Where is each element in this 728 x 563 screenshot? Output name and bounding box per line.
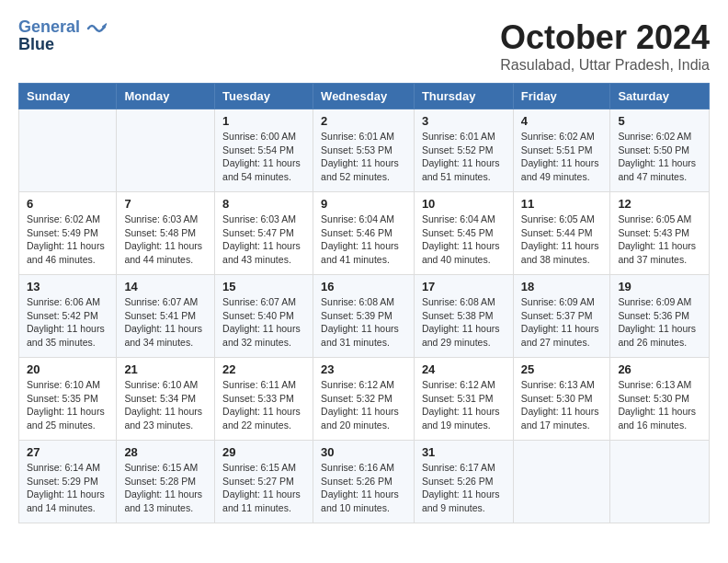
day-info: Sunrise: 6:04 AMSunset: 5:46 PMDaylight:… [321,213,406,267]
page-header: General Blue October 2024 Rasulabad, Utt… [18,18,710,74]
day-number: 19 [618,280,701,293]
calendar-cell [19,109,117,192]
calendar-cell: 11Sunrise: 6:05 AMSunset: 5:44 PMDayligh… [513,192,610,275]
day-info: Sunrise: 6:10 AMSunset: 5:34 PMDaylight:… [124,378,207,432]
day-info: Sunrise: 6:13 AMSunset: 5:30 PMDaylight:… [521,378,603,432]
day-header-monday: Monday [117,84,215,109]
day-info: Sunrise: 6:16 AMSunset: 5:26 PMDaylight:… [321,461,406,515]
day-number: 3 [422,114,506,128]
day-info: Sunrise: 6:05 AMSunset: 5:44 PMDaylight:… [521,213,603,267]
calendar-cell: 15Sunrise: 6:07 AMSunset: 5:40 PMDayligh… [215,275,313,358]
day-info: Sunrise: 6:12 AMSunset: 5:31 PMDaylight:… [422,378,506,432]
calendar-cell: 8Sunrise: 6:03 AMSunset: 5:47 PMDaylight… [215,192,313,275]
calendar-cell: 4Sunrise: 6:02 AMSunset: 5:51 PMDaylight… [513,109,610,192]
day-info: Sunrise: 6:12 AMSunset: 5:32 PMDaylight:… [321,378,406,432]
day-info: Sunrise: 6:09 AMSunset: 5:36 PMDaylight:… [618,295,701,350]
calendar-cell: 18Sunrise: 6:09 AMSunset: 5:37 PMDayligh… [513,275,610,358]
day-info: Sunrise: 6:10 AMSunset: 5:35 PMDaylight:… [27,378,108,432]
day-info: Sunrise: 6:15 AMSunset: 5:27 PMDaylight:… [222,461,305,515]
calendar-body: 1Sunrise: 6:00 AMSunset: 5:54 PMDaylight… [19,109,710,523]
calendar-title-area: October 2024 Rasulabad, Uttar Pradesh, I… [500,18,710,74]
calendar-cell: 3Sunrise: 6:01 AMSunset: 5:52 PMDaylight… [414,109,513,192]
calendar-cell: 28Sunrise: 6:15 AMSunset: 5:28 PMDayligh… [117,441,215,523]
day-number: 4 [521,114,603,128]
day-info: Sunrise: 6:15 AMSunset: 5:28 PMDaylight:… [124,461,207,515]
calendar-cell: 27Sunrise: 6:14 AMSunset: 5:29 PMDayligh… [19,441,117,523]
day-number: 10 [422,197,506,211]
calendar-cell: 6Sunrise: 6:02 AMSunset: 5:49 PMDaylight… [19,192,117,275]
day-number: 16 [321,280,406,293]
day-number: 27 [27,445,108,459]
day-number: 25 [521,362,603,376]
day-number: 12 [618,197,701,211]
day-number: 5 [618,114,701,128]
day-info: Sunrise: 6:13 AMSunset: 5:30 PMDaylight:… [618,378,701,432]
day-info: Sunrise: 6:11 AMSunset: 5:33 PMDaylight:… [222,378,305,432]
day-number: 22 [222,362,305,376]
day-header-sunday: Sunday [19,84,117,109]
day-number: 15 [222,280,305,293]
week-row-2: 6Sunrise: 6:02 AMSunset: 5:49 PMDaylight… [19,192,710,275]
calendar-cell: 7Sunrise: 6:03 AMSunset: 5:48 PMDaylight… [117,192,215,275]
calendar-cell: 31Sunrise: 6:17 AMSunset: 5:26 PMDayligh… [414,441,513,523]
calendar-cell: 24Sunrise: 6:12 AMSunset: 5:31 PMDayligh… [414,358,513,441]
day-number: 21 [124,362,207,376]
calendar-cell: 25Sunrise: 6:13 AMSunset: 5:30 PMDayligh… [513,358,610,441]
day-header-saturday: Saturday [610,84,710,109]
calendar-cell: 5Sunrise: 6:02 AMSunset: 5:50 PMDaylight… [610,109,710,192]
day-info: Sunrise: 6:08 AMSunset: 5:38 PMDaylight:… [422,295,506,350]
day-info: Sunrise: 6:09 AMSunset: 5:37 PMDaylight:… [521,295,603,350]
day-number: 1 [222,114,305,128]
day-info: Sunrise: 6:04 AMSunset: 5:45 PMDaylight:… [422,213,506,267]
calendar-table: SundayMondayTuesdayWednesdayThursdayFrid… [18,83,710,523]
day-header-wednesday: Wednesday [313,84,415,109]
calendar-cell: 29Sunrise: 6:15 AMSunset: 5:27 PMDayligh… [215,441,313,523]
calendar-cell: 9Sunrise: 6:04 AMSunset: 5:46 PMDaylight… [313,192,415,275]
calendar-cell: 20Sunrise: 6:10 AMSunset: 5:35 PMDayligh… [19,358,117,441]
logo: General Blue [18,18,107,54]
calendar-cell: 23Sunrise: 6:12 AMSunset: 5:32 PMDayligh… [313,358,415,441]
day-number: 23 [321,362,406,376]
logo-second-line: Blue [18,35,107,54]
week-row-1: 1Sunrise: 6:00 AMSunset: 5:54 PMDaylight… [19,109,710,192]
calendar-cell: 30Sunrise: 6:16 AMSunset: 5:26 PMDayligh… [313,441,415,523]
day-info: Sunrise: 6:07 AMSunset: 5:41 PMDaylight:… [124,295,207,350]
day-number: 9 [321,197,406,211]
calendar-cell [117,109,215,192]
calendar-header-row: SundayMondayTuesdayWednesdayThursdayFrid… [19,84,710,109]
day-info: Sunrise: 6:05 AMSunset: 5:43 PMDaylight:… [618,213,701,267]
calendar-cell [610,441,710,523]
week-row-4: 20Sunrise: 6:10 AMSunset: 5:35 PMDayligh… [19,358,710,441]
day-number: 13 [27,280,108,293]
calendar-cell: 13Sunrise: 6:06 AMSunset: 5:42 PMDayligh… [19,275,117,358]
day-info: Sunrise: 6:03 AMSunset: 5:48 PMDaylight:… [124,213,207,267]
day-info: Sunrise: 6:17 AMSunset: 5:26 PMDaylight:… [422,461,506,515]
day-header-tuesday: Tuesday [215,84,313,109]
day-info: Sunrise: 6:01 AMSunset: 5:53 PMDaylight:… [321,130,406,184]
day-info: Sunrise: 6:02 AMSunset: 5:51 PMDaylight:… [521,130,603,184]
calendar-cell: 26Sunrise: 6:13 AMSunset: 5:30 PMDayligh… [610,358,710,441]
day-number: 26 [618,362,701,376]
calendar-cell: 22Sunrise: 6:11 AMSunset: 5:33 PMDayligh… [215,358,313,441]
calendar-cell: 12Sunrise: 6:05 AMSunset: 5:43 PMDayligh… [610,192,710,275]
day-info: Sunrise: 6:07 AMSunset: 5:40 PMDaylight:… [222,295,305,350]
calendar-cell: 1Sunrise: 6:00 AMSunset: 5:54 PMDaylight… [215,109,313,192]
day-info: Sunrise: 6:14 AMSunset: 5:29 PMDaylight:… [27,461,108,515]
day-info: Sunrise: 6:08 AMSunset: 5:39 PMDaylight:… [321,295,406,350]
week-row-5: 27Sunrise: 6:14 AMSunset: 5:29 PMDayligh… [19,441,710,523]
day-header-thursday: Thursday [414,84,513,109]
day-number: 11 [521,197,603,211]
day-number: 7 [124,197,207,211]
day-number: 6 [27,197,108,211]
day-number: 24 [422,362,506,376]
calendar-cell: 2Sunrise: 6:01 AMSunset: 5:53 PMDaylight… [313,109,415,192]
day-number: 30 [321,445,406,459]
calendar-cell: 10Sunrise: 6:04 AMSunset: 5:45 PMDayligh… [414,192,513,275]
location-subtitle: Rasulabad, Uttar Pradesh, India [500,57,710,74]
day-number: 31 [422,445,506,459]
day-info: Sunrise: 6:06 AMSunset: 5:42 PMDaylight:… [27,295,108,350]
calendar-cell [513,441,610,523]
day-info: Sunrise: 6:01 AMSunset: 5:52 PMDaylight:… [422,130,506,184]
day-number: 14 [124,280,207,293]
day-header-friday: Friday [513,84,610,109]
